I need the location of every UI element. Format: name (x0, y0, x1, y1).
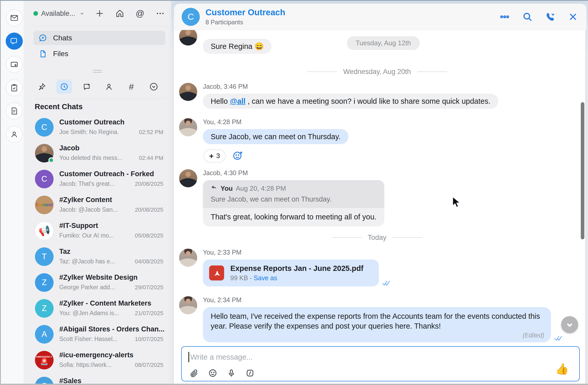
panel-edge (585, 4, 586, 385)
close-icon[interactable] (567, 11, 579, 23)
text-caret (188, 352, 189, 362)
sender-avatar[interactable] (179, 296, 197, 314)
window-top-edge (0, 0, 588, 1)
call-icon[interactable] (545, 11, 556, 23)
status-selector[interactable]: Available... (33, 10, 85, 18)
attach-icon[interactable] (188, 367, 200, 379)
chat-time: 20/08/2025 (135, 181, 163, 187)
chat-name: #IT-Support (59, 222, 98, 229)
more-icon[interactable] (155, 8, 165, 19)
scroll-to-bottom-button[interactable] (561, 316, 578, 333)
sender-avatar[interactable] (179, 118, 197, 136)
reaction-count-pill[interactable]: +3 (203, 149, 226, 162)
search-icon[interactable] (522, 11, 533, 23)
chat-preview: Sofia: https://work... (59, 361, 132, 368)
app-rail (1, 0, 24, 384)
sender-and-time: You, 4:28 PM (203, 118, 580, 126)
sender-avatar[interactable] (179, 249, 197, 267)
date-divider: Wednesday, Aug 20th (174, 68, 580, 76)
commands-icon[interactable] (244, 367, 256, 379)
chat-list-item[interactable]: T Taz Taz: @Jacob has e...04/08/2025 (24, 244, 171, 270)
recent-filter-icon[interactable] (56, 79, 72, 94)
tasks-icon[interactable] (6, 79, 23, 96)
chat-time: 21/07/2025 (135, 310, 163, 317)
chat-header-actions (499, 11, 579, 23)
chat-preview: Joe Smith: No Regina. (59, 129, 136, 136)
chat-list-item[interactable]: Z #Zylker - Content Marketers You: @Jen … (24, 295, 171, 321)
avatar: Content (35, 196, 54, 214)
pinned-filter-icon[interactable] (34, 79, 50, 94)
composer-placeholder[interactable]: Write a message... (190, 353, 253, 361)
chat-time: 29/07/2025 (135, 284, 163, 291)
notes-icon[interactable] (6, 102, 23, 120)
channels-filter-icon[interactable]: # (123, 79, 139, 94)
message: You, 2:34 PM Hello team, I've received t… (174, 296, 580, 342)
mentions-icon[interactable]: @ (135, 8, 145, 19)
media-icon[interactable] (6, 56, 23, 73)
unread-filter-icon[interactable] (79, 79, 95, 94)
chat-scrollbar-thumb[interactable] (581, 102, 584, 239)
more-actions-icon[interactable] (499, 11, 510, 23)
chat-list-item[interactable]: A #Abigail Stores - Orders Chan... Scott… (24, 321, 171, 347)
message: Sure Regina 😄 Tuesday, Aug 12th (174, 36, 580, 62)
add-reaction-icon[interactable] (232, 150, 243, 162)
quote-time: Aug 20, 4:28 PM (236, 184, 286, 192)
sender-avatar[interactable] (179, 83, 197, 101)
direct-messages-filter-icon[interactable] (101, 79, 117, 94)
quick-thumbs-up-button[interactable]: 👍 (555, 362, 569, 375)
chat-name: #Zylker - Content Marketers (59, 299, 151, 307)
mail-icon[interactable] (6, 9, 23, 26)
emergency-avatar: EMERGENCY🚨 (35, 351, 54, 369)
nav-item-chats[interactable]: Chats (33, 31, 165, 45)
chat-title[interactable]: Customer Outreach (205, 8, 285, 17)
pdf-icon (209, 265, 224, 280)
nav-item-label: Files (53, 50, 68, 58)
mic-icon[interactable] (226, 367, 237, 379)
chat-list-item[interactable]: 📢 #IT-Support Fumiko: Our AI mo...05/08/… (24, 218, 171, 244)
mention-link[interactable]: @all (230, 97, 246, 105)
message-composer[interactable]: Write a message... 👍 (181, 346, 580, 381)
chat-list-item[interactable]: Content #Zylker Content Jacob: @Jacob Sa… (24, 192, 171, 218)
sender-avatar[interactable] (179, 169, 197, 187)
chat-preview: Fumiko: Our AI mo... (59, 232, 132, 239)
floating-date-pill: Tuesday, Aug 12th (347, 36, 420, 50)
contacts-icon[interactable] (6, 126, 23, 143)
chat-panel: C Customer Outreach 8 Participants Sure … (174, 4, 586, 385)
quoted-message[interactable]: You Aug 20, 4:28 PM Sure Jacob, we can m… (203, 180, 384, 208)
chat-preview: Jacob: @Jacob San... (59, 206, 132, 213)
chat-time: 10/07/2025 (135, 336, 163, 343)
avatar: C (35, 170, 54, 188)
emoji-icon[interactable] (207, 367, 218, 379)
message-bubble[interactable]: Sure Regina 😄 (203, 39, 271, 54)
chat-list-item[interactable]: Jacob You deleted this mess...02:44 PM (24, 140, 171, 166)
panel-resize-handle[interactable] (24, 70, 171, 73)
chat-list-item[interactable]: EMERGENCY🚨 #icu-emergency-alerts Sofia: … (24, 347, 171, 373)
chats-rail-icon[interactable] (6, 33, 23, 50)
avatar: C (35, 118, 54, 137)
nav-item-files[interactable]: Files (33, 47, 165, 61)
chat-list-item[interactable]: C Customer Outreach - Forked Jacob: That… (24, 166, 171, 192)
chat-avatar[interactable]: C (182, 8, 200, 26)
chat-preview: George Parker add... (59, 284, 132, 291)
more-filters-icon[interactable] (146, 79, 162, 94)
chat-list-item[interactable]: S #Sales (24, 373, 171, 384)
message-bubble[interactable]: Sure Jacob, we can meet on Thursday. (203, 129, 348, 144)
chat-list-item[interactable]: Z #Zylker Website Design George Parker a… (24, 270, 171, 295)
file-attachment-bubble[interactable]: Expense Reports Jan - June 2025.pdf 99 K… (203, 260, 379, 286)
avatar: A (35, 325, 54, 344)
save-as-link[interactable]: Save as (254, 274, 277, 282)
message-bubble[interactable]: Hello @all , can we have a meeting soon?… (203, 94, 498, 109)
divider (34, 99, 166, 99)
message-bubble[interactable]: You Aug 20, 4:28 PM Sure Jacob, we can m… (203, 180, 384, 226)
chat-list-item[interactable]: C Customer Outreach Joe Smith: No Regina… (24, 114, 171, 140)
participant-count[interactable]: 8 Participants (205, 19, 285, 26)
message: Jacob, 3:46 PM Hello @all , can we have … (174, 83, 580, 109)
chat-time: 05/08/2025 (135, 232, 163, 239)
megaphone-avatar: 📢 (35, 221, 54, 240)
new-chat-icon[interactable] (94, 8, 105, 19)
message-bubble[interactable]: Hello team, I've received the expense re… (203, 307, 551, 342)
home-icon[interactable] (115, 8, 125, 19)
mouse-cursor (452, 196, 462, 209)
avatar: S (35, 377, 54, 384)
sender-avatar[interactable] (179, 30, 197, 46)
